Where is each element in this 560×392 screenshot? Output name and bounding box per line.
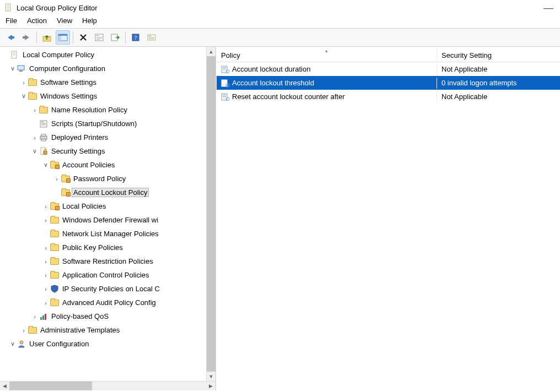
menu-view[interactable]: View [57,17,72,25]
tree-node-deployed-printers[interactable]: ›Deployed Printers [0,130,206,144]
scroll-up-icon[interactable]: ▲ [207,47,216,56]
folder-icon [50,271,60,280]
expand-icon[interactable]: › [42,244,50,251]
expand-icon[interactable]: › [42,272,50,279]
tree-node-ip-security[interactable]: ›IP Security Policies on Local C [0,282,206,296]
expand-icon[interactable]: › [31,107,39,113]
svg-rect-4 [11,36,14,39]
column-header-policy[interactable]: Policy [217,49,437,62]
help-button[interactable]: ? [128,30,143,45]
expand-icon[interactable]: › [31,313,39,320]
tree-label: Public Key Policies [61,243,125,252]
scroll-thumb[interactable] [9,382,92,390]
tree-node-public-key[interactable]: ›Public Key Policies [0,241,206,254]
collapse-icon[interactable]: ∨ [20,92,28,100]
tree-node-windows-firewall[interactable]: ›Windows Defender Firewall wi [0,213,206,227]
show-hide-tree-button[interactable] [56,30,70,45]
back-button[interactable] [3,30,18,45]
folder-icon [50,230,60,238]
column-label: Policy [221,51,240,59]
tree-node-computer-configuration[interactable]: ∨ Computer Configuration [0,62,206,75]
folder-icon [28,326,37,335]
tree-node-account-lockout-policy[interactable]: Account Lockout Policy [0,186,206,199]
tree-label: Local Computer Policy [21,50,96,59]
svg-rect-1 [7,6,9,6]
list-header: Policy Security Setting [217,47,560,62]
svg-rect-19 [149,36,151,36]
svg-rect-30 [41,124,46,125]
tree-node-user-configuration[interactable]: ∨ User Configuration [0,337,206,351]
export-list-button[interactable] [108,30,122,45]
svg-rect-33 [41,139,46,141]
list-row[interactable]: Account lockout duration Not Applicable [217,62,560,76]
tree-label: Password Policy [72,174,127,183]
svg-rect-11 [96,35,99,36]
menu-action[interactable]: Action [27,17,47,25]
tree-node-admin-templates[interactable]: ›Administrative Templates [0,323,206,337]
expand-icon[interactable]: › [42,286,50,292]
properties-button[interactable] [92,30,106,45]
up-button[interactable] [40,30,54,45]
user-icon [17,340,26,349]
forward-button[interactable] [19,30,34,45]
menu-help[interactable]: Help [82,17,97,25]
expand-icon[interactable]: › [42,217,50,224]
svg-rect-3 [7,9,9,9]
scroll-track[interactable] [9,382,206,390]
delete-button[interactable] [76,30,90,45]
expand-icon[interactable]: › [53,176,61,182]
expand-icon[interactable]: › [20,79,28,86]
tree-node-account-policies[interactable]: ∨Account Policies [0,158,206,172]
policy-name: Reset account lockout counter after [232,92,345,101]
list-pane: Policy Security Setting Account lockout … [216,47,560,390]
svg-point-39 [20,341,23,344]
expand-icon[interactable]: › [42,203,50,210]
tree-node-advanced-audit[interactable]: ›Advanced Audit Policy Config [0,296,206,309]
tree-vertical-scrollbar[interactable]: ▲ ▼ [206,47,216,381]
policy-item-icon [221,65,230,74]
scroll-thumb[interactable] [207,56,216,372]
tree-node-software-restriction[interactable]: ›Software Restriction Policies [0,254,206,268]
scroll-down-icon[interactable]: ▼ [207,372,216,381]
collapse-icon[interactable]: ∨ [9,65,17,72]
toolbar-separator [73,31,73,43]
expand-icon[interactable]: › [42,300,50,306]
tree-node-software-settings[interactable]: ›Software Settings [0,75,206,89]
expand-icon[interactable]: › [31,134,39,141]
scroll-left-icon[interactable]: ◀ [0,382,9,390]
list-row[interactable]: Account lockout threshold 0 invalid logo… [217,76,560,90]
list-row[interactable]: Reset account lockout counter after Not … [217,90,560,104]
policy-tree[interactable]: Local Computer Policy ∨ Computer Configu… [0,47,206,381]
tree-node-app-control[interactable]: ›Application Control Policies [0,268,206,282]
svg-rect-32 [41,134,46,136]
minimize-button[interactable]: — [543,5,553,10]
tree-label: Local Policies [61,202,108,211]
filter-button[interactable] [144,30,159,45]
expand-icon[interactable]: › [20,327,28,334]
svg-rect-36 [40,317,42,320]
tree-node-security-settings[interactable]: ∨Security Settings [0,144,206,158]
column-header-setting[interactable]: Security Setting [437,49,560,62]
policy-setting: Not Applicable [441,65,487,73]
tree-label: Scripts (Startup/Shutdown) [50,119,138,128]
scroll-right-icon[interactable]: ▶ [206,382,216,390]
collapse-icon[interactable]: ∨ [9,340,17,347]
tree-label: User Configuration [28,339,90,349]
collapse-icon[interactable]: ∨ [42,161,50,168]
tree-label: Windows Defender Firewall wi [61,215,160,225]
tree-node-policy-qos[interactable]: ›Policy-based QoS [0,309,206,323]
expand-icon[interactable]: › [42,258,50,265]
tree-node-windows-settings[interactable]: ∨Windows Settings [0,89,206,103]
tree-node-name-resolution[interactable]: ›Name Resolution Policy [0,103,206,117]
folder-icon [39,106,49,115]
tree-node-local-policies[interactable]: ›Local Policies [0,199,206,213]
tree-node-root[interactable]: Local Computer Policy [0,48,206,62]
policy-name: Account lockout threshold [232,79,314,87]
gpedit-icon [10,51,20,59]
menu-file[interactable]: File [6,17,17,25]
tree-node-password-policy[interactable]: ›Password Policy [0,172,206,186]
tree-node-scripts[interactable]: Scripts (Startup/Shutdown) [0,117,206,130]
tree-node-network-list[interactable]: Network List Manager Policies [0,227,206,241]
collapse-icon[interactable]: ∨ [31,148,39,155]
tree-horizontal-scrollbar[interactable]: ◀ ▶ [0,381,216,390]
